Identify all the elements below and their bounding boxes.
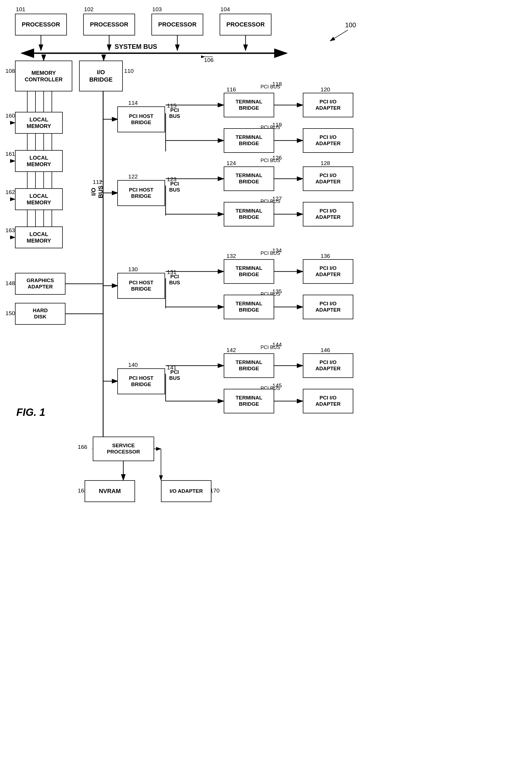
hard-disk-box: HARDDISK [15,303,66,325]
local-memory-163-label: LOCALMEMORY [27,231,51,244]
terminal-bridge-132-label: TERMINALBRIDGE [235,265,262,278]
ref-146: 146 [321,347,330,353]
svg-line-51 [330,30,348,41]
pci-io-147-label: PCI I/OADAPTER [316,395,341,407]
pci-io-147-box: PCI I/OADAPTER [303,389,353,413]
pci-host-bridge-122-box: PCI HOSTBRIDGE [117,180,165,206]
ref-100: 100 [345,21,356,29]
pci-host-bridge-130-label: PCI HOSTBRIDGE [129,280,153,292]
nvram-label: NVRAM [99,488,121,495]
diagram-container: PROCESSOR 101 PROCESSOR 102 PROCESSOR 10… [0,0,532,761]
terminal-bridge-132-box: TERMINALBRIDGE [224,259,274,284]
pci-host-bridge-140-box: PCI HOSTBRIDGE [117,368,165,394]
terminal-bridge-124-box: TERMINALBRIDGE [224,166,274,191]
ref-134: 134 [272,247,282,254]
pci-host-bridge-114-label: PCI HOSTBRIDGE [129,113,153,126]
pci-io-137-label: PCI I/OADAPTER [316,301,341,313]
local-memory-162-box: LOCALMEMORY [15,188,63,210]
ref-102: 102 [84,6,93,13]
processor-103-label: PROCESSOR [158,21,197,28]
pci-host-bridge-114-box: PCI HOSTBRIDGE [117,106,165,132]
ref-162: 162 [5,189,15,195]
ref-163: 163 [5,227,15,234]
terminal-bridge-143-box: TERMINALBRIDGE [224,389,274,413]
ref-104: 104 [220,6,230,13]
ref-118: 118 [272,81,282,87]
ref-112: 112 [93,179,102,185]
hard-disk-label: HARDDISK [33,308,48,320]
processor-104-box: PROCESSOR [220,14,271,35]
nvram-box: NVRAM [85,480,135,502]
ref-130: 130 [128,266,138,272]
processor-103-box: PROCESSOR [151,14,203,35]
ref-150: 150 [5,310,15,317]
ref-144: 144 [272,341,282,348]
ref-166: 166 [78,444,87,450]
service-processor-label: SERVICEPROCESSOR [107,442,140,455]
pci-io-146-label: PCI I/OADAPTER [316,359,341,372]
local-memory-162-label: LOCALMEMORY [27,193,51,206]
pci-bus-123-label: PCIBUS [169,181,180,193]
ref-161: 161 [5,150,15,157]
memory-controller-box: MEMORYCONTROLLER [15,61,72,91]
pci-host-bridge-130-box: PCI HOSTBRIDGE [117,273,165,299]
terminal-bridge-116-box: TERMINALBRIDGE [224,93,274,117]
processor-101-label: PROCESSOR [22,21,60,28]
pci-io-128-box: PCI I/OADAPTER [303,166,353,191]
pci-io-137-box: PCI I/OADAPTER [303,295,353,319]
terminal-bridge-124-label: TERMINALBRIDGE [235,172,262,185]
pci-io-120-box: PCI I/OADAPTER [303,93,353,117]
ref-114: 114 [128,99,138,106]
pci-io-146-box: PCI I/OADAPTER [303,353,353,378]
ref-128: 128 [321,160,330,166]
terminal-bridge-125-label: TERMINALBRIDGE [235,208,262,220]
ref-116: 116 [226,86,236,93]
ref-148: 148 [5,280,15,286]
terminal-bridge-117-label: TERMINALBRIDGE [235,134,262,147]
terminal-bridge-143-label: TERMINALBRIDGE [235,395,262,407]
ref-110: 110 [124,68,134,74]
processor-104-label: PROCESSOR [226,21,265,28]
ref-101: 101 [16,6,26,13]
io-bus-label: I/OBUS [90,186,104,198]
pci-bus-131-label: PCIBUS [169,274,180,286]
pci-io-136-box: PCI I/OADAPTER [303,259,353,284]
ref-136: 136 [321,253,330,259]
ref-170: 170 [210,487,220,494]
io-bridge-label: I/OBRIDGE [89,69,113,83]
ref-132: 132 [226,253,236,259]
service-processor-box: SERVICEPROCESSOR [93,437,154,461]
ref-120: 120 [321,86,330,93]
terminal-bridge-117-box: TERMINALBRIDGE [224,128,274,153]
io-adapter-170-box: I/O ADAPTER [161,480,211,502]
pci-io-136-label: PCI I/OADAPTER [316,265,341,278]
io-adapter-170-label: I/O ADAPTER [170,488,203,495]
ref-135: 135 [272,288,282,295]
terminal-bridge-116-label: TERMINALBRIDGE [235,99,262,111]
ref-160: 160 [5,112,15,119]
ref-108: 108 [5,68,15,74]
graphics-adapter-box: GRAPHICSADAPTER [15,273,66,295]
terminal-bridge-142-label: TERMINALBRIDGE [235,359,262,372]
pci-host-bridge-140-label: PCI HOSTBRIDGE [129,375,153,388]
graphics-adapter-label: GRAPHICSADAPTER [27,277,54,290]
ref-126: 126 [272,154,282,161]
ref-122: 122 [128,173,138,180]
ref-119: 119 [272,121,282,128]
io-bridge-box: I/OBRIDGE [79,61,123,91]
memory-controller-label: MEMORYCONTROLLER [25,70,63,83]
pci-io-129-box: PCI I/OADAPTER [303,202,353,226]
pci-io-120-label: PCI I/OADAPTER [316,99,341,111]
terminal-bridge-125-box: TERMINALBRIDGE [224,202,274,226]
processor-101-box: PROCESSOR [15,14,67,35]
fig-label: FIG. 1 [16,407,45,418]
local-memory-160-label: LOCALMEMORY [27,116,51,129]
terminal-bridge-142-box: TERMINALBRIDGE [224,353,274,378]
pci-io-121-box: PCI I/OADAPTER [303,128,353,153]
pci-io-121-label: PCI I/OADAPTER [316,134,341,147]
processor-102-box: PROCESSOR [83,14,135,35]
pci-bus-141-label: PCIBUS [169,369,180,381]
system-bus-label: SYSTEM BUS [115,43,157,50]
ref-106: 106 [204,57,213,63]
terminal-bridge-133-label: TERMINALBRIDGE [235,301,262,313]
